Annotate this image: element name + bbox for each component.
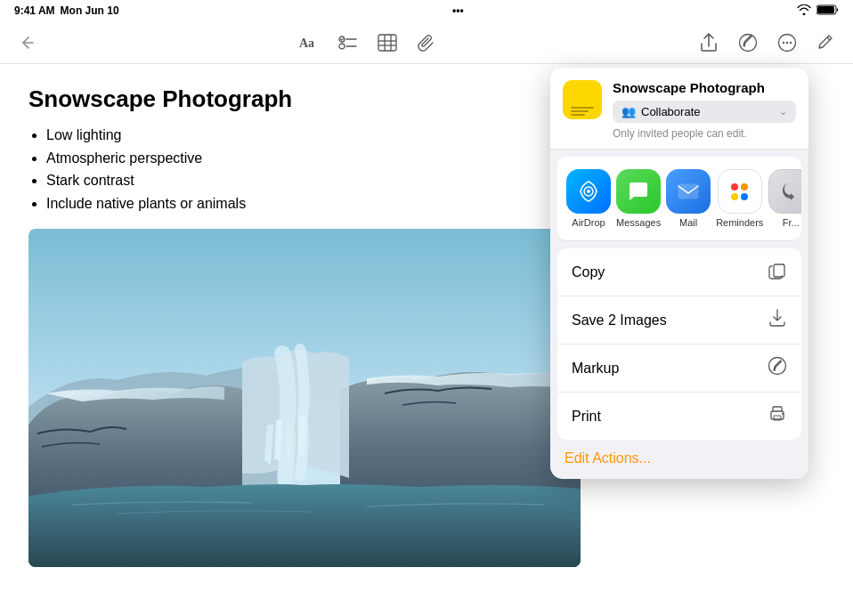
airdrop-icon — [566, 169, 611, 214]
toolbar: Aa — [0, 21, 853, 64]
table-button[interactable] — [375, 30, 400, 55]
mail-label: Mail — [679, 217, 697, 228]
share-app-more[interactable]: Fr... — [768, 169, 801, 228]
share-apps-row: AirDrop Messages Mail — [557, 157, 801, 241]
collaborate-button[interactable]: 👥 Collaborate ⌄ — [613, 101, 796, 123]
back-button[interactable] — [14, 30, 39, 55]
wifi-icon — [797, 4, 811, 17]
edit-actions-section: Edit Actions... — [550, 440, 808, 479]
airdrop-label: AirDrop — [572, 217, 605, 228]
share-app-airdrop[interactable]: AirDrop — [566, 169, 611, 228]
messages-label: Messages — [616, 217, 661, 228]
collaborate-icon: 👥 — [621, 105, 636, 118]
svg-rect-7 — [378, 35, 396, 51]
status-left: 9:41 AM Mon Jun 10 — [14, 4, 119, 17]
note-icon-lines — [571, 107, 594, 116]
svg-point-16 — [790, 41, 792, 43]
dot-yellow — [731, 193, 738, 200]
share-button[interactable] — [696, 30, 721, 55]
battery-icon — [816, 4, 839, 17]
save-images-label: Save 2 Images — [572, 312, 667, 328]
toolbar-left — [14, 30, 39, 55]
markup-button[interactable] — [735, 30, 760, 55]
svg-text:Aa: Aa — [299, 36, 314, 50]
svg-rect-21 — [678, 184, 698, 199]
attachment-button[interactable] — [414, 30, 439, 55]
share-app-reminders[interactable]: Reminders — [716, 169, 763, 228]
checklist-button[interactable] — [336, 30, 361, 55]
print-label: Print — [572, 409, 601, 425]
status-dots: ••• — [452, 4, 464, 17]
share-popup-header: Snowscape Photograph 👥 Collaborate ⌄ Onl… — [550, 68, 808, 150]
edit-actions-link[interactable]: Edit Actions... — [565, 450, 651, 466]
reminders-icon — [718, 169, 762, 214]
share-header-info: Snowscape Photograph 👥 Collaborate ⌄ Onl… — [613, 80, 796, 140]
chevron-down-icon: ⌄ — [779, 106, 787, 118]
note-image — [28, 229, 581, 567]
format-button[interactable]: Aa — [297, 30, 321, 55]
svg-point-3 — [339, 36, 345, 42]
svg-point-26 — [782, 413, 784, 415]
dot-red — [731, 183, 738, 190]
note-icon-line-2 — [571, 110, 589, 112]
dot-blue — [741, 193, 748, 200]
more-share-icon — [768, 169, 801, 214]
save-images-action[interactable]: Save 2 Images — [557, 296, 801, 344]
note-icon-line-3 — [571, 114, 585, 116]
toolbar-right — [696, 30, 839, 55]
share-actions: Copy Save 2 Images Mar — [557, 248, 801, 440]
print-icon — [768, 404, 787, 428]
collaborate-label: Collaborate — [641, 105, 701, 118]
svg-point-4 — [339, 44, 345, 49]
mail-icon — [666, 169, 711, 214]
print-action[interactable]: Print — [557, 393, 801, 440]
copy-icon — [768, 260, 787, 284]
note-icon — [563, 80, 602, 119]
messages-icon — [616, 169, 661, 214]
svg-line-17 — [827, 37, 830, 40]
share-subtitle: Only invited people can edit. — [613, 127, 796, 140]
share-app-mail[interactable]: Mail — [666, 169, 711, 228]
markup-action-icon — [768, 356, 787, 380]
status-center: ••• — [452, 4, 464, 17]
svg-rect-1 — [817, 6, 834, 13]
more-button[interactable] — [775, 30, 800, 55]
status-time: 9:41 AM — [14, 4, 55, 17]
more-share-label: Fr... — [783, 217, 800, 228]
reminders-label: Reminders — [716, 217, 763, 228]
note-icon-line-1 — [571, 107, 594, 109]
share-note-title: Snowscape Photograph — [613, 80, 796, 95]
compose-button[interactable] — [814, 30, 839, 55]
status-right — [797, 4, 839, 17]
status-bar: 9:41 AM Mon Jun 10 ••• — [0, 0, 853, 21]
svg-point-12 — [740, 34, 757, 51]
share-app-messages[interactable]: Messages — [616, 169, 661, 228]
svg-point-15 — [786, 41, 788, 43]
download-icon — [768, 308, 787, 332]
copy-label: Copy — [572, 264, 605, 280]
status-date: Mon Jun 10 — [61, 4, 119, 17]
share-popup: Snowscape Photograph 👥 Collaborate ⌄ Onl… — [550, 68, 808, 479]
markup-action[interactable]: Markup — [557, 344, 801, 393]
svg-rect-22 — [774, 264, 784, 277]
main-content: Snowscape Photograph Low lighting Atmosp… — [0, 64, 853, 616]
toolbar-center: Aa — [297, 30, 439, 55]
reminders-dots — [724, 176, 755, 207]
svg-point-20 — [587, 190, 590, 193]
svg-point-14 — [783, 41, 784, 43]
markup-label: Markup — [572, 361, 619, 377]
copy-action[interactable]: Copy — [557, 248, 801, 296]
dot-orange — [741, 183, 748, 190]
